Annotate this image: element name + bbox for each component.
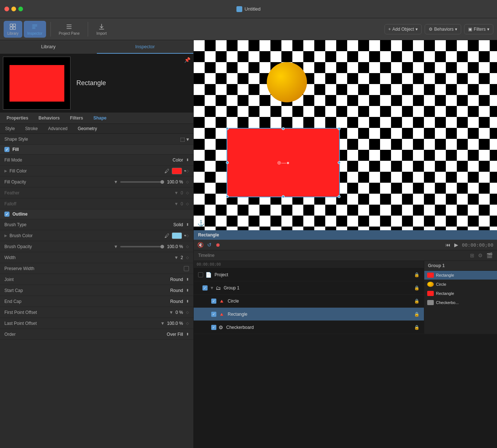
rewind-button[interactable]: ⏮ <box>445 242 451 248</box>
right-area: ⊕—● ⚓ Rectangle 🔇 ↺ ⏺ ⏮ ▶ 00:00:00;00 <box>194 40 497 448</box>
fill-opacity-slider[interactable] <box>120 181 164 183</box>
group1-checkbox[interactable]: ✓ <box>202 285 208 291</box>
handle-mr[interactable] <box>338 161 341 164</box>
close-button[interactable] <box>4 7 9 11</box>
checkerboard-lock[interactable]: 🔒 <box>414 325 420 330</box>
tab-stroke[interactable]: Stroke <box>20 124 43 133</box>
timeline-icon-settings[interactable]: ⚙ <box>478 253 483 258</box>
import-button[interactable]: Import <box>92 21 111 38</box>
canvas-circle[interactable] <box>267 62 307 102</box>
timeline-row-circle[interactable]: ✓ 🔺 Circle 🔒 <box>194 295 424 308</box>
outline-checkbox[interactable]: ✓ <box>4 212 10 217</box>
timeline-row-rectangle[interactable]: ✓ 🔺 Rectangle 🔒 <box>194 308 424 321</box>
fill-mode-label: Fill Mode <box>4 157 172 163</box>
timeline-icons: ⊞ ⚙ 🎬 <box>470 253 493 258</box>
project-lock[interactable]: 🔒 <box>414 272 420 277</box>
handle-bl[interactable] <box>226 195 229 198</box>
brush-color-diamond[interactable]: ◇ <box>186 234 189 238</box>
last-point-offset-row: Last Point Offset ▼ 100.0 % ◇ <box>0 318 193 329</box>
first-point-offset-row: First Point Offset ▼ 0 % ◇ <box>0 307 193 318</box>
rt-label-rectangle2: Rectangle <box>436 291 454 296</box>
falloff-diamond[interactable]: ◇ <box>186 202 189 206</box>
tab-geometry[interactable]: Geometry <box>73 124 102 133</box>
timeline-row-checkerboard[interactable]: ✓ ⚙ Checkerboard 🔒 <box>194 321 424 334</box>
timeline-icon-grid[interactable]: ⊞ <box>470 253 474 258</box>
tab-properties[interactable]: Properties <box>1 113 33 124</box>
brush-color-swatch[interactable] <box>172 232 182 239</box>
minimize-button[interactable] <box>11 7 16 11</box>
circle-checkbox[interactable]: ✓ <box>211 299 216 304</box>
fill-color-row: ▶ Fill Color 🖊 ▾ ◇ <box>0 166 193 176</box>
end-cap-chevron[interactable]: ⬍ <box>186 299 189 303</box>
library-button[interactable]: Library <box>4 21 22 38</box>
joint-chevron[interactable]: ⬍ <box>186 277 189 281</box>
group1-expand[interactable]: ▼ <box>210 285 214 291</box>
lpo-diamond[interactable]: ◇ <box>186 321 189 325</box>
fill-color-dropper[interactable]: 🖊 <box>164 168 170 174</box>
fill-opacity-diamond[interactable]: ◇ <box>186 180 189 184</box>
fill-mode-value: Color <box>172 157 183 163</box>
order-chevron[interactable]: ⬍ <box>186 332 189 336</box>
tab-style[interactable]: Style <box>0 124 20 133</box>
play-button[interactable]: ▶ <box>454 242 458 248</box>
filters-button[interactable]: ▣ Filters ▾ <box>464 24 493 34</box>
fill-color-swatch[interactable] <box>172 168 182 174</box>
joint-value: Round <box>170 277 183 282</box>
rt-item-checkerboard[interactable]: Checkerbo... <box>424 298 497 307</box>
start-cap-chevron[interactable]: ⬍ <box>186 288 189 292</box>
canvas-anchor-icon[interactable]: ⚓ <box>197 220 205 227</box>
loop-button[interactable]: ↺ <box>207 242 212 248</box>
fill-checkbox[interactable]: ✓ <box>4 147 10 152</box>
timeline-icon-record[interactable]: 🎬 <box>486 253 493 258</box>
circle-lock[interactable]: 🔒 <box>414 299 420 304</box>
canvas-rectangle[interactable]: ⊕—● <box>227 128 340 197</box>
rt-item-rectangle2[interactable]: Rectangle <box>424 289 497 298</box>
tab-behaviors[interactable]: Behaviors <box>33 113 65 124</box>
preserve-width-checkbox[interactable] <box>184 266 189 271</box>
transport-bar: 🔇 ↺ ⏺ ⏮ ▶ 00:00:00;00 <box>194 240 497 250</box>
project-checkbox[interactable] <box>198 272 203 277</box>
timeline-row-project[interactable]: 📄 Project 🔒 <box>194 268 424 281</box>
rt-item-circle[interactable]: Circle <box>424 280 497 289</box>
project-label: Project <box>215 272 414 277</box>
pin-icon[interactable]: 📌 <box>184 57 190 63</box>
inspector-button[interactable]: Inspector <box>24 21 46 38</box>
handle-tm[interactable] <box>282 127 285 130</box>
checkerboard-checkbox[interactable]: ✓ <box>211 325 216 330</box>
brush-opacity-diamond[interactable]: ◇ <box>186 244 189 248</box>
brush-color-dropper[interactable]: 🖊 <box>164 233 170 239</box>
feather-diamond[interactable]: ◇ <box>186 191 189 195</box>
brush-type-chevron[interactable]: ⬍ <box>186 223 189 227</box>
fpo-diamond[interactable]: ◇ <box>186 310 189 314</box>
canvas-area[interactable]: ⊕—● ⚓ Rectangle 🔇 ↺ ⏺ ⏮ ▶ 00:00:00;00 <box>194 40 497 448</box>
width-diamond[interactable]: ◇ <box>186 255 189 259</box>
tab-shape[interactable]: Shape <box>88 113 111 124</box>
handle-tl[interactable] <box>226 127 229 130</box>
handle-ml[interactable] <box>226 161 229 164</box>
behaviors-button[interactable]: ⚙ Behaviors ▾ <box>425 24 461 34</box>
fill-color-diamond[interactable]: ◇ <box>186 169 189 173</box>
record-button[interactable]: ⏺ <box>215 242 220 248</box>
group1-lock[interactable]: 🔒 <box>414 285 420 291</box>
timeline-row-group1[interactable]: ✓ ▼ 🗂 Group 1 🔒 <box>194 281 424 295</box>
canvas-rect-center: ⊕—● <box>277 160 289 166</box>
brush-opacity-slider[interactable] <box>120 246 164 247</box>
add-object-button[interactable]: + Add Object ▾ <box>384 24 422 34</box>
project-pane-button[interactable]: Project Pane <box>55 21 83 38</box>
tab-filters[interactable]: Filters <box>65 113 88 124</box>
brush-color-triangle[interactable]: ▶ <box>4 234 7 238</box>
rt-item-rectangle[interactable]: Rectangle <box>424 271 497 280</box>
maximize-button[interactable] <box>18 7 23 11</box>
fill-mode-chevron[interactable]: ⬍ <box>186 158 189 162</box>
handle-br[interactable] <box>338 195 341 198</box>
rectangle-checkbox[interactable]: ✓ <box>211 312 216 317</box>
tab-library[interactable]: Library <box>0 40 97 54</box>
end-cap-value: Round <box>170 299 183 304</box>
handle-bm[interactable] <box>282 195 285 198</box>
tab-advanced[interactable]: Advanced <box>43 124 72 133</box>
mute-button[interactable]: 🔇 <box>197 242 204 248</box>
tab-inspector[interactable]: Inspector <box>97 40 194 54</box>
fill-color-triangle[interactable]: ▶ <box>4 169 7 173</box>
handle-tr[interactable] <box>338 127 341 130</box>
rectangle-lock[interactable]: 🔒 <box>414 312 420 317</box>
